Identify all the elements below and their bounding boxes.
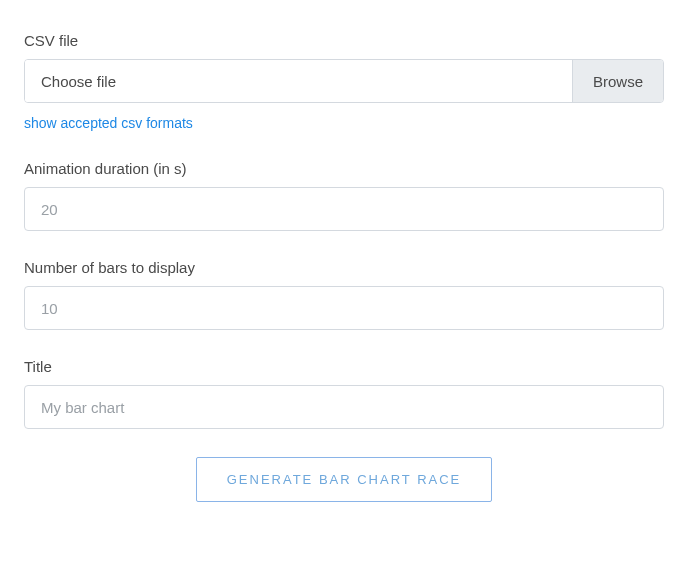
csv-file-text[interactable]: Choose file — [25, 60, 572, 102]
generate-button[interactable]: Generate bar chart race — [196, 457, 493, 502]
title-input[interactable] — [24, 385, 664, 429]
csv-file-label: CSV file — [24, 32, 664, 49]
animation-duration-input[interactable] — [24, 187, 664, 231]
number-of-bars-input[interactable] — [24, 286, 664, 330]
number-of-bars-label: Number of bars to display — [24, 259, 664, 276]
animation-duration-label: Animation duration (in s) — [24, 160, 664, 177]
csv-formats-link[interactable]: show accepted csv formats — [24, 115, 193, 131]
title-label: Title — [24, 358, 664, 375]
csv-file-input-wrapper[interactable]: Choose file Browse — [24, 59, 664, 103]
browse-button[interactable]: Browse — [572, 60, 663, 102]
